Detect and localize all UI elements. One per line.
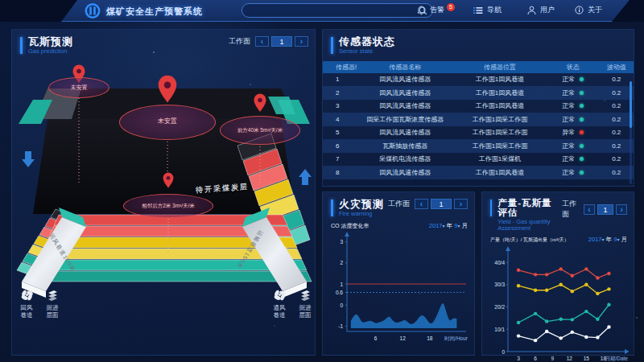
cell-sensor-name: 回风流风速传感器 <box>357 101 453 110</box>
table-row[interactable]: 3回风流风速传感器工作面1回风巷道正常0.2 <box>323 100 634 113</box>
user-icon <box>527 6 536 15</box>
cell-sensor-name: 采煤机电流传感器 <box>357 154 453 163</box>
workface-pager: 工作面 ‹ 1 › <box>388 199 468 209</box>
status-dot <box>580 144 584 148</box>
nav-item-alarm[interactable]: 告警 5 <box>417 5 455 15</box>
svg-text:6: 6 <box>374 335 378 341</box>
nav-item-navigate[interactable]: 导航 <box>473 5 502 15</box>
cell-sensor-name: 回风流风速传感器 <box>357 88 453 97</box>
nav-item-about[interactable]: 关于 <box>575 5 602 15</box>
pager-prev-button[interactable]: ‹ <box>584 204 595 215</box>
nav-label: 告警 <box>430 5 444 15</box>
svg-text:18: 18 <box>427 335 433 341</box>
table-row[interactable]: 6瓦斯抽放传感器工作面1回采工作面正常0.2 <box>323 139 634 153</box>
table-row[interactable]: 4回采工作面瓦斯浓度传感器工作面1回采工作面正常0.2 <box>323 113 634 126</box>
bell-icon <box>417 6 426 15</box>
svg-text:20/2: 20/2 <box>494 304 505 310</box>
gas-prediction-panel: 瓦斯预测 Gas prediction 工作面 ‹ 1 › <box>11 29 316 356</box>
cell-sensor-loc: 工作面1回风巷道 <box>453 101 547 110</box>
accent-bar <box>331 200 333 216</box>
pager-next-button[interactable]: › <box>616 204 627 215</box>
scrollbar-thumb[interactable] <box>630 81 632 128</box>
accent-bar <box>490 200 492 216</box>
cell-sensor-no: 3 <box>323 102 357 109</box>
fan-icon <box>273 288 287 302</box>
svg-text:0: 0 <box>502 349 505 355</box>
airflow-arrow-up <box>299 169 312 185</box>
svg-text:时间/Hour: 时间/Hour <box>444 335 469 342</box>
cell-sensor-val: 0.2 <box>600 76 634 83</box>
fan-icon <box>20 288 34 302</box>
cell-sensor-val: 0.2 <box>600 89 634 97</box>
nav-item-user[interactable]: 用户 <box>527 5 555 15</box>
header-right-slant <box>612 0 644 22</box>
cell-sensor-no: 4 <box>323 116 357 123</box>
header-left-slant <box>0 0 77 22</box>
svg-text:6: 6 <box>534 356 537 361</box>
status-dot <box>580 77 584 81</box>
cell-sensor-status: 正常 <box>547 115 600 124</box>
col-sensor-val: 波动值 <box>600 63 634 72</box>
fire-chart: 3210.60-161218时间/Hour <box>328 232 474 356</box>
svg-text:日期/Date: 日期/Date <box>605 356 628 361</box>
cell-sensor-loc: 工作面1回风巷道 <box>453 168 547 177</box>
year-select[interactable]: 2017 <box>429 222 443 229</box>
app-title: 煤矿安全生产预警系统 <box>106 6 203 18</box>
panel-title: 火灾预测 <box>339 199 384 209</box>
cell-sensor-status: 正常 <box>547 88 600 97</box>
pager-next-button[interactable]: › <box>454 199 468 209</box>
date-selector[interactable]: 2017▾ 年 9▾ 月 <box>429 222 468 230</box>
panel-subtitle: Yield - Gas quantity Assessment <box>497 219 562 231</box>
year-select[interactable]: 2017 <box>588 236 602 243</box>
cell-sensor-name: 瓦斯抽放传感器 <box>357 142 453 150</box>
table-row[interactable]: 8回风流风速传感器工作面1回风巷道正常0.2 <box>323 166 634 179</box>
pager-next-button[interactable]: › <box>295 36 308 47</box>
sensor-state-panel: 传感器状态 Sensor state 传感器编号 传感器名称 传感器位置 状态 … <box>322 29 634 187</box>
table-row[interactable]: 2回风流风速传感器工作面1回风巷道正常0.2 <box>323 86 634 100</box>
table-row[interactable]: 5回风流风速传感器工作面1回采工作面异常0.2 <box>323 126 634 140</box>
callout-front-right: 前方40米 5m³/天/米 <box>220 116 300 145</box>
year-unit: 年 <box>447 222 453 229</box>
layers-icon <box>299 288 312 302</box>
legend-label: 掘进层面 <box>299 304 312 319</box>
cell-sensor-status: 正常 <box>547 75 600 84</box>
app-logo-icon <box>84 2 101 19</box>
table-scrollbar[interactable] <box>630 81 632 184</box>
table-row[interactable]: 7采煤机电流传感器工作面1采煤机正常0.2 <box>323 153 634 167</box>
cell-sensor-loc: 工作面1回风巷道 <box>453 75 547 84</box>
layers-icon <box>46 288 60 302</box>
cell-sensor-no: 2 <box>323 89 357 97</box>
svg-text:1: 1 <box>340 281 343 286</box>
date-selector[interactable]: 2017▾ 年 9▾ 月 <box>588 236 627 244</box>
pager-prev-button[interactable]: ‹ <box>415 199 428 209</box>
search-input[interactable] <box>247 6 419 14</box>
month-unit: 月 <box>621 236 628 243</box>
col-sensor-no: 传感器编号 <box>323 63 357 72</box>
legend-label: 掘进层面 <box>46 304 59 319</box>
pager-label: 工作面 <box>562 199 579 220</box>
search-box[interactable] <box>242 3 433 18</box>
fire-prediction-panel: 火灾预测 Fire warning 工作面 ‹ 1 › CO 浓度变化率 201… <box>322 191 475 356</box>
cell-sensor-status: 正常 <box>547 154 600 163</box>
svg-text:10/1: 10/1 <box>494 327 505 332</box>
svg-text:12: 12 <box>400 335 407 341</box>
cell-sensor-val: 0.2 <box>600 169 634 176</box>
col-sensor-name: 传感器名称 <box>357 63 453 72</box>
callout-rear-center: 相邻后方2米 3m³/天/米 <box>123 194 213 218</box>
panel-header: 产量-瓦斯量评估 Yield - Gas quantity Assessment… <box>482 192 634 231</box>
panel-title: 产量-瓦斯量评估 <box>497 199 562 217</box>
cell-sensor-name: 回采工作面瓦斯浓度传感器 <box>357 115 453 124</box>
table-row[interactable]: 1回风流风速传感器工作面1回风巷道正常0.2 <box>323 73 634 87</box>
legend-right: 通风巷道 掘进层面 <box>271 288 313 319</box>
accent-bar <box>331 37 333 54</box>
legend-label: 回风巷道 <box>20 304 33 319</box>
col-sensor-status: 状态 <box>547 63 600 72</box>
yield-chart: 010/120/230/340/4369121518日期/Date <box>487 245 634 362</box>
workface-pager: 工作面 ‹ 1 › <box>562 199 627 220</box>
cell-sensor-name: 回风流风速传感器 <box>357 75 453 84</box>
airflow-arrow-down <box>22 151 35 167</box>
pager-prev-button[interactable]: ‹ <box>255 36 269 47</box>
cell-sensor-loc: 工作面1回采工作面 <box>453 142 547 150</box>
panel-title: 传感器状态 <box>339 36 395 47</box>
cell-sensor-status: 异常 <box>547 128 600 137</box>
